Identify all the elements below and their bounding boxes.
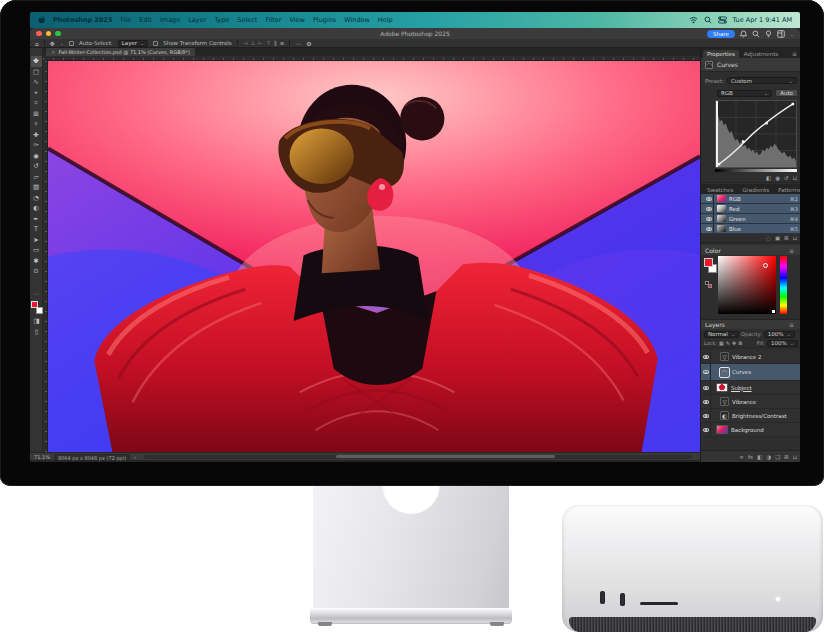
distribute-v-icon[interactable]: ≡ bbox=[280, 40, 285, 46]
menu-filter[interactable]: Filter bbox=[265, 16, 281, 24]
search-icon[interactable] bbox=[752, 30, 760, 38]
menu-photoshop[interactable]: Photoshop 2025 bbox=[53, 16, 112, 24]
opacity-dropdown[interactable]: 100% ⌄ bbox=[764, 331, 795, 338]
auto-select-checkbox[interactable] bbox=[69, 41, 74, 46]
save-selection-icon[interactable]: ▣ bbox=[775, 235, 780, 241]
home-icon[interactable]: ⌂ bbox=[35, 40, 39, 47]
link-layers-icon[interactable]: ∞ bbox=[739, 454, 744, 460]
tab-gradients[interactable]: Gradients bbox=[738, 186, 773, 194]
menu-image[interactable]: Image bbox=[160, 16, 180, 24]
color-picker-ring[interactable] bbox=[763, 263, 768, 268]
menu-layer[interactable]: Layer bbox=[188, 16, 206, 24]
discover-lightbulb-icon[interactable] bbox=[765, 30, 772, 38]
tool-type[interactable]: T bbox=[31, 224, 42, 235]
tool-hand[interactable]: ✱ bbox=[31, 256, 42, 267]
background-color-swatch[interactable] bbox=[36, 307, 43, 314]
auto-select-target-dropdown[interactable]: Layer ⌄ bbox=[118, 40, 149, 47]
curves-histogram[interactable] bbox=[715, 100, 797, 168]
tool-healing[interactable]: ✚ bbox=[31, 130, 42, 141]
tool-preset-caret-icon[interactable]: ⌄ bbox=[60, 40, 64, 46]
menu-bar-clock[interactable]: Tue Apr 1 9:41 AM bbox=[733, 16, 792, 24]
channel-visibility-toggle[interactable] bbox=[704, 204, 714, 213]
tool-frame[interactable]: ⊞ bbox=[31, 109, 42, 120]
foreground-color-swatch[interactable] bbox=[31, 301, 38, 308]
channel-green[interactable]: Green ⌘4 bbox=[701, 214, 800, 224]
menu-plugins[interactable]: Plugins bbox=[313, 16, 336, 24]
tool-marquee[interactable]: ▢ bbox=[31, 67, 42, 78]
tab-patterns[interactable]: Patterns bbox=[774, 186, 800, 194]
panel-menu-icon[interactable]: ≡ bbox=[792, 50, 797, 57]
hue-slider[interactable] bbox=[780, 256, 787, 314]
blend-mode-dropdown[interactable]: Normal ⌄ bbox=[704, 331, 739, 338]
preset-dropdown[interactable]: Custom ⌄ bbox=[727, 77, 797, 84]
new-channel-icon[interactable]: ⊞ bbox=[784, 235, 789, 241]
lock-pixels-icon[interactable]: ✎ bbox=[726, 340, 730, 346]
lock-position-icon[interactable]: ✥ bbox=[732, 340, 736, 346]
status-chevron-icon[interactable]: › bbox=[134, 454, 136, 460]
layer-background[interactable]: Background bbox=[701, 423, 800, 437]
tool-brush[interactable]: ✑ bbox=[31, 140, 42, 151]
tool-move[interactable]: ✥ bbox=[31, 56, 42, 67]
tool-eraser[interactable]: ▱ bbox=[31, 172, 42, 183]
align-top-icon[interactable]: ⊤ bbox=[266, 40, 271, 46]
layer-brightness-contrast[interactable]: ◐ Brightness/Contrast bbox=[701, 409, 800, 423]
move-tool-preset-icon[interactable]: ✥ bbox=[50, 40, 55, 47]
menu-help[interactable]: Help bbox=[378, 16, 393, 24]
layer-visibility-toggle[interactable] bbox=[701, 381, 711, 394]
close-window-button[interactable] bbox=[36, 31, 42, 37]
tool-shape[interactable]: ▭ bbox=[31, 245, 42, 256]
zoom-window-button[interactable] bbox=[55, 31, 61, 37]
tool-eyedropper[interactable]: ✧ bbox=[31, 119, 42, 130]
document-tab[interactable]: × Fall-Winter-Collection.psd @ 71.1% (Cu… bbox=[46, 48, 195, 56]
tab-properties[interactable]: Properties bbox=[703, 50, 739, 58]
apple-logo-icon[interactable] bbox=[38, 16, 46, 25]
transform-controls-checkbox[interactable] bbox=[153, 41, 158, 46]
channel-blue[interactable]: Blue ⌘5 bbox=[701, 224, 800, 234]
wifi-icon[interactable] bbox=[689, 16, 698, 24]
spotlight-search-icon[interactable] bbox=[704, 16, 712, 24]
menu-file[interactable]: File bbox=[120, 16, 131, 24]
zoom-level[interactable]: 71.1% bbox=[34, 454, 50, 460]
notifications-bell-icon[interactable] bbox=[740, 30, 747, 38]
panel-menu-icon[interactable]: ≡ bbox=[789, 321, 794, 328]
delete-layer-icon[interactable]: ⊔ bbox=[793, 454, 797, 460]
panel-menu-icon[interactable]: ≡ bbox=[789, 247, 794, 254]
tool-dodge[interactable]: ◐ bbox=[31, 203, 42, 214]
clip-to-layer-icon[interactable]: ◧ bbox=[766, 175, 771, 181]
horizontal-scrollbar[interactable] bbox=[144, 455, 692, 459]
delete-icon[interactable]: ⊔ bbox=[793, 175, 797, 181]
align-left-icon[interactable]: ⊣ bbox=[243, 40, 248, 46]
layer-visibility-toggle[interactable] bbox=[701, 395, 711, 408]
edit-toolbar-icon[interactable]: ⋯ bbox=[34, 290, 40, 297]
layer-visibility-toggle[interactable] bbox=[701, 350, 711, 363]
tool-gradient[interactable]: ▨ bbox=[31, 182, 42, 193]
new-adjustment-icon[interactable]: ◑ bbox=[766, 454, 771, 460]
load-selection-icon[interactable]: ◌ bbox=[766, 235, 771, 241]
foreground-color-swatch[interactable] bbox=[704, 258, 713, 267]
saturation-brightness-picker[interactable] bbox=[718, 256, 776, 314]
layer-vibrance-2[interactable]: ▽ Vibrance 2 bbox=[701, 350, 800, 364]
workspace-caret-icon[interactable]: ⌄ bbox=[790, 31, 794, 37]
tool-crop[interactable]: ⌗ bbox=[31, 98, 42, 109]
control-center-icon[interactable] bbox=[718, 16, 727, 24]
menu-type[interactable]: Type bbox=[214, 16, 229, 24]
tool-object-selection[interactable]: ⌖ bbox=[31, 88, 42, 99]
reset-icon[interactable]: ↺ bbox=[784, 175, 789, 181]
minimize-window-button[interactable] bbox=[46, 31, 52, 37]
layer-effects-icon[interactable]: fx bbox=[748, 454, 753, 460]
color-swatches[interactable] bbox=[31, 301, 43, 314]
delete-channel-icon[interactable]: ⊔ bbox=[793, 235, 797, 241]
tool-path-selection[interactable]: ➤ bbox=[31, 235, 42, 246]
tool-lasso[interactable]: ∿ bbox=[31, 77, 42, 88]
channel-visibility-toggle[interactable] bbox=[704, 214, 714, 223]
tool-history-brush[interactable]: ↺ bbox=[31, 161, 42, 172]
new-group-icon[interactable]: ❏ bbox=[775, 454, 780, 460]
more-options-icon[interactable]: ⋯ bbox=[295, 40, 301, 47]
screen-mode-icon[interactable]: ▯ bbox=[31, 327, 42, 338]
scrollbar-thumb[interactable] bbox=[336, 455, 555, 458]
new-layer-icon[interactable]: ⊞ bbox=[784, 454, 789, 460]
document-canvas[interactable] bbox=[48, 61, 700, 452]
settings-gear-icon[interactable]: ⚙ bbox=[306, 40, 311, 47]
workspace-switcher-icon[interactable] bbox=[777, 30, 785, 38]
layer-visibility-toggle[interactable] bbox=[701, 364, 711, 380]
